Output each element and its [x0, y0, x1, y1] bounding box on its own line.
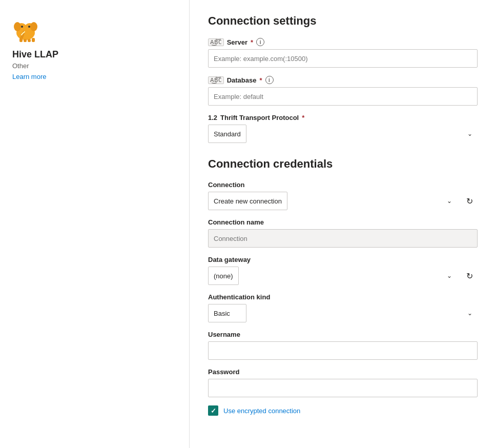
- data-gateway-refresh-button[interactable]: ↻: [461, 268, 478, 284]
- username-input[interactable]: [208, 341, 478, 360]
- auth-kind-field-label: Authentication kind: [208, 293, 478, 301]
- database-label-text: Database: [227, 76, 257, 84]
- auth-kind-dropdown[interactable]: Basic OAuth Windows: [208, 304, 246, 322]
- connection-field-label: Connection: [208, 181, 478, 189]
- connection-chevron-icon: ⌄: [447, 197, 452, 205]
- protocol-prefix: 1.2: [208, 114, 217, 121]
- database-info-icon[interactable]: i: [265, 76, 274, 84]
- server-required-star: *: [251, 38, 253, 46]
- main-content: Connection settings A͜B͝C Server * i A͜B…: [190, 0, 496, 448]
- svg-point-3: [14, 22, 21, 31]
- connection-name-label-text: Connection name: [208, 218, 264, 226]
- auth-kind-label-text: Authentication kind: [208, 293, 270, 301]
- hive-llap-logo: [12, 16, 39, 43]
- username-field-group: Username: [208, 331, 478, 360]
- sidebar: Hive LLAP Other Learn more: [0, 0, 190, 448]
- credentials-section-title: Connection credentials: [208, 157, 478, 171]
- data-gateway-dropdown[interactable]: (none): [208, 267, 239, 285]
- username-label-text: Username: [208, 331, 240, 338]
- svg-rect-9: [28, 39, 31, 42]
- protocol-dropdown[interactable]: Standard HTTP: [208, 125, 246, 143]
- database-required-star: *: [259, 76, 262, 84]
- svg-rect-7: [19, 38, 23, 42]
- data-gateway-label-text: Data gateway: [208, 256, 251, 263]
- svg-point-6: [28, 26, 30, 28]
- auth-kind-field-group: Authentication kind Basic OAuth Windows …: [208, 293, 478, 322]
- svg-rect-8: [24, 39, 27, 42]
- encrypt-connection-label[interactable]: Use encrypted connection: [223, 407, 300, 415]
- data-gateway-field-group: Data gateway (none) ⌄ ↻: [208, 256, 478, 285]
- protocol-field-label: 1.2 Thrift Transport Protocol *: [208, 114, 478, 121]
- checkmark-icon: ✓: [211, 408, 216, 414]
- connection-field-group: Connection Create new connection ⌄ ↻: [208, 181, 478, 210]
- data-gateway-dropdown-container: (none) ⌄: [208, 267, 457, 285]
- encrypt-connection-row: ✓ Use encrypted connection: [208, 405, 478, 416]
- svg-point-5: [21, 26, 23, 28]
- protocol-field-group: 1.2 Thrift Transport Protocol * Standard…: [208, 114, 478, 143]
- data-gateway-field-label: Data gateway: [208, 256, 478, 263]
- connection-name-field-group: Connection name: [208, 218, 478, 248]
- server-label-text: Server: [227, 38, 247, 46]
- data-gateway-chevron-icon: ⌄: [447, 272, 452, 279]
- svg-rect-10: [32, 38, 35, 42]
- encrypt-connection-checkbox[interactable]: ✓: [208, 405, 218, 416]
- connection-name-input[interactable]: [208, 229, 478, 248]
- server-field-label: A͜B͝C Server * i: [208, 38, 478, 46]
- server-field-group: A͜B͝C Server * i: [208, 38, 478, 68]
- connector-title: Hive LLAP: [12, 49, 58, 60]
- connection-label-text: Connection: [208, 181, 245, 189]
- svg-point-4: [30, 22, 37, 31]
- connection-settings-title: Connection settings: [208, 14, 478, 28]
- database-field-group: A͜B͝C Database * i: [208, 76, 478, 106]
- database-field-label: A͜B͝C Database * i: [208, 76, 478, 84]
- protocol-required-star: *: [302, 114, 304, 121]
- server-info-icon[interactable]: i: [256, 38, 264, 46]
- learn-more-link[interactable]: Learn more: [12, 73, 46, 80]
- connection-name-field-label: Connection name: [208, 218, 478, 226]
- connector-category: Other: [12, 62, 29, 70]
- server-type-icon: A͜B͝C: [208, 38, 224, 46]
- database-type-icon: A͜B͝C: [208, 76, 224, 84]
- credentials-section: Connection credentials Connection Create…: [208, 157, 478, 416]
- protocol-dropdown-container: Standard HTTP ⌄: [208, 125, 478, 143]
- password-field-label: Password: [208, 368, 478, 376]
- protocol-label-text: Thrift Transport Protocol: [220, 114, 299, 121]
- connection-dropdown[interactable]: Create new connection: [208, 192, 287, 210]
- auth-kind-dropdown-container: Basic OAuth Windows ⌄: [208, 304, 478, 322]
- database-input[interactable]: [208, 87, 478, 106]
- connection-refresh-button[interactable]: ↻: [461, 193, 478, 209]
- auth-kind-chevron-icon: ⌄: [467, 310, 472, 317]
- connection-dropdown-container: Create new connection ⌄: [208, 192, 457, 210]
- password-field-group: Password: [208, 368, 478, 397]
- data-gateway-dropdown-wrapper: (none) ⌄ ↻: [208, 267, 478, 285]
- username-field-label: Username: [208, 331, 478, 338]
- protocol-chevron-icon: ⌄: [467, 130, 472, 137]
- password-label-text: Password: [208, 368, 239, 376]
- connection-dropdown-wrapper: Create new connection ⌄ ↻: [208, 192, 478, 210]
- server-input[interactable]: [208, 49, 478, 68]
- password-input[interactable]: [208, 379, 478, 397]
